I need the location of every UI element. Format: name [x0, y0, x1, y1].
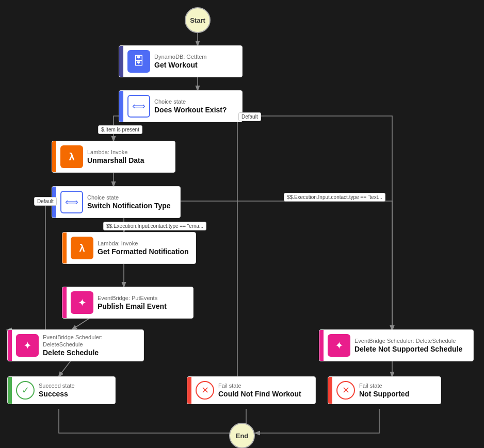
eventbridge-email-title: Publish Email Event — [98, 302, 167, 311]
succeed-title: Success — [39, 389, 75, 399]
fail-notsupported-icon: ✕ — [336, 381, 355, 400]
fail-notfound-subtitle: Fail state — [218, 382, 301, 389]
succeed-subtitle: Succeed state — [39, 382, 75, 389]
node-accent — [328, 377, 332, 404]
choice-notification-subtitle: Choice state — [87, 194, 171, 201]
choice-notification-title: Switch Notification Type — [87, 201, 171, 210]
dynamo-icon: 🗄 — [127, 50, 150, 73]
node-accent — [52, 141, 56, 172]
eventbridge-delete-title: Delete Schedule — [43, 348, 139, 357]
eventbridge-delete-ns-node[interactable]: ✦ EventBridge Scheduler: DeleteSchedule … — [319, 329, 474, 361]
lambda-formatted-title: Get Formatted Notification — [98, 247, 189, 256]
fail-notsupported-title: Not Supported — [359, 389, 409, 399]
dynamo-title: Get Workout — [154, 60, 206, 70]
node-accent — [8, 377, 12, 404]
eventbridge-delete-subtitle: EventBridge Scheduler: DeleteSchedule — [43, 334, 139, 349]
choice-workout-node[interactable]: ⟺ Choice state Does Workout Exist? — [119, 90, 243, 122]
start-node: Start — [185, 7, 211, 33]
end-label: End — [236, 432, 249, 440]
node-accent — [119, 46, 123, 77]
choice-workout-icon: ⟺ — [127, 95, 150, 118]
lambda-formatted-subtitle: Lambda: Invoke — [98, 240, 189, 247]
node-accent — [62, 287, 67, 318]
node-accent — [62, 233, 67, 263]
lambda-unmarshall-title: Unmarshall Data — [87, 156, 144, 165]
fail-notsupported-node[interactable]: ✕ Fail state Not Supported — [328, 376, 441, 404]
default-right-label: Default — [238, 112, 261, 121]
succeed-icon: ✓ — [16, 381, 35, 400]
eventbridge-delete-node[interactable]: ✦ EventBridge Scheduler: DeleteSchedule … — [7, 329, 144, 361]
dynamo-node[interactable]: 🗄 DynamoDB: GetItem Get Workout — [119, 45, 243, 77]
fail-notfound-icon: ✕ — [196, 381, 214, 400]
fail-notfound-title: Could Not Find Workout — [218, 389, 301, 399]
eventbridge-email-icon: ✦ — [71, 291, 93, 314]
choice-workout-subtitle: Choice state — [154, 98, 227, 105]
node-accent — [187, 377, 191, 404]
choice-notification-node[interactable]: ⟺ Choice state Switch Notification Type — [52, 186, 181, 218]
lambda-unmarshall-subtitle: Lambda: Invoke — [87, 148, 144, 156]
lambda-unmarshall-icon: λ — [60, 145, 83, 168]
item-present-label: $.Item is present — [98, 125, 142, 134]
eventbridge-delete-ns-title: Delete Not Supported Schedule — [354, 344, 462, 354]
succeed-node[interactable]: ✓ Succeed state Success — [7, 376, 116, 404]
fail-notsupported-subtitle: Fail state — [359, 382, 409, 389]
lambda-formatted-node[interactable]: λ Lambda: Invoke Get Formatted Notificat… — [62, 232, 196, 264]
end-node: End — [229, 423, 255, 448]
node-accent — [119, 91, 123, 122]
text-condition-label: $$.Execution.Input.contact.type == "text… — [284, 193, 385, 202]
node-accent — [8, 330, 12, 361]
choice-notification-icon: ⟺ — [60, 191, 83, 213]
start-label: Start — [190, 16, 205, 24]
lambda-unmarshall-node[interactable]: λ Lambda: Invoke Unmarshall Data — [52, 141, 175, 173]
choice-workout-title: Does Workout Exist? — [154, 105, 227, 114]
email-condition-label: $$.Execution.Input.contact.type == "ema.… — [103, 222, 206, 230]
eventbridge-delete-ns-subtitle: EventBridge Scheduler: DeleteSchedule — [354, 337, 462, 344]
svg-line-5 — [59, 359, 72, 376]
eventbridge-delete-icon: ✦ — [16, 334, 39, 357]
fail-notfound-node[interactable]: ✕ Fail state Could Not Find Workout — [187, 376, 316, 404]
default-left-label: Default — [34, 197, 57, 206]
node-accent — [319, 330, 324, 361]
eventbridge-delete-ns-icon: ✦ — [328, 334, 350, 357]
eventbridge-email-node[interactable]: ✦ EventBridge: PutEvents Publish Email E… — [62, 287, 193, 319]
eventbridge-email-subtitle: EventBridge: PutEvents — [98, 294, 167, 302]
dynamo-subtitle: DynamoDB: GetItem — [154, 53, 206, 60]
lambda-formatted-icon: λ — [71, 237, 93, 259]
